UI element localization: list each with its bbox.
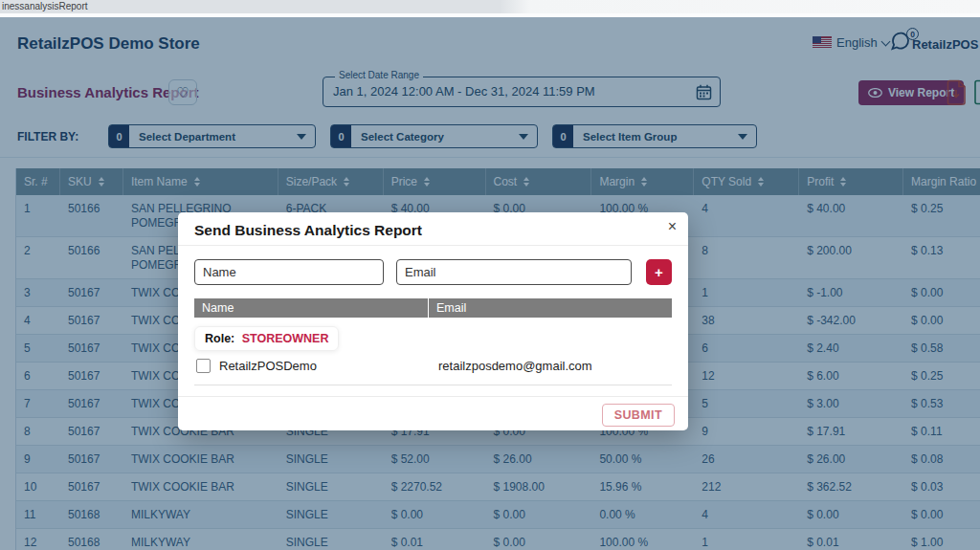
recipient-name: RetailzPOSDemo <box>219 359 317 373</box>
recipient-email-input[interactable] <box>396 259 632 285</box>
submit-button[interactable]: SUBMIT <box>602 404 675 427</box>
role-value: STOREOWNER <box>242 332 329 345</box>
recipient-row: RetailzPOSDemoretailzposdemo@gmail.com <box>194 357 672 378</box>
recipient-checkbox[interactable] <box>196 359 211 373</box>
recipient-email-column-header: Email <box>429 298 672 318</box>
divider <box>178 396 688 397</box>
role-label: Role: <box>205 332 234 345</box>
recipient-table-header: Name Email <box>194 298 672 318</box>
browser-tab-strip: inessanalysisReport <box>0 0 980 13</box>
add-recipient-button[interactable]: + <box>646 259 672 285</box>
divider <box>178 245 688 246</box>
role-chip: Role: STOREOWNER <box>194 326 339 351</box>
plus-icon: + <box>655 264 663 280</box>
recipient-name-input[interactable] <box>194 259 384 285</box>
send-report-modal: Send Business Analytics Report × + Name … <box>178 212 688 430</box>
browser-tab-title[interactable]: inessanalysisReport <box>2 1 88 11</box>
recipient-name-column-header: Name <box>194 298 429 318</box>
divider <box>194 385 672 385</box>
recipient-email: retailzposdemo@gmail.com <box>438 359 592 373</box>
modal-title: Send Business Analytics Report <box>194 222 422 239</box>
close-icon[interactable]: × <box>668 218 677 235</box>
